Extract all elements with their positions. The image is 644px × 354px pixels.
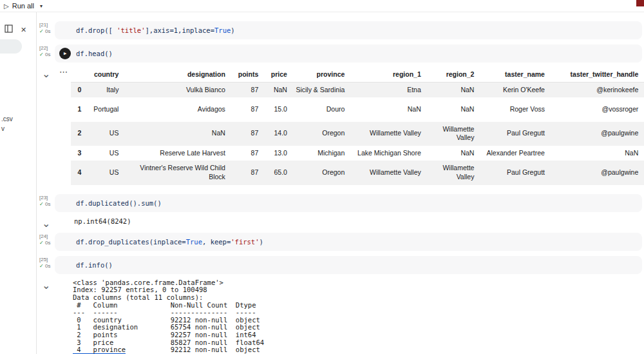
column-header: points xyxy=(229,68,262,82)
table-cell: Willamette Valley xyxy=(348,122,424,146)
table-cell: 87 xyxy=(229,161,262,184)
code-line: df.info() xyxy=(76,261,113,269)
collapse-output-icon[interactable]: ⌄ xyxy=(42,68,50,80)
row-index: 1 xyxy=(71,97,85,121)
run-cell-button[interactable]: ▶ xyxy=(59,48,71,59)
run-all-button[interactable]: ▷ Run all ▾ xyxy=(4,2,43,10)
run-all-label: Run all xyxy=(12,2,34,10)
execution-time: ✓ 0s xyxy=(39,263,55,270)
table-cell: @vossroger xyxy=(549,97,642,121)
file-item-csv[interactable]: .csv xyxy=(1,115,13,123)
check-icon: ✓ xyxy=(39,201,44,207)
execution-count: [25] xyxy=(39,257,55,263)
cell-gutter: [25] ✓ 0s xyxy=(37,256,55,274)
execution-count: [24] xyxy=(39,233,55,240)
code-cell: [24] ✓ 0s df.drop_duplicates(inplace=Tru… xyxy=(37,233,642,251)
column-header: taster_twitter_handle xyxy=(549,68,642,82)
table-cell: Roger Voss xyxy=(478,97,549,121)
code-cell: [22] ✓ 0s ▶ df.head() xyxy=(37,44,642,63)
table-cell: Willamette Valley xyxy=(425,122,478,146)
table-cell: US xyxy=(85,122,122,146)
table-cell: 15.0 xyxy=(262,97,291,121)
row-index: 0 xyxy=(71,82,85,97)
table-cell: 87 xyxy=(229,97,262,121)
table-cell: Paul Gregutt xyxy=(478,161,549,184)
table-cell: NaN xyxy=(425,146,478,161)
check-icon: ✓ xyxy=(39,28,44,34)
table-cell: @paulgwine xyxy=(549,122,642,146)
cell-output: ⌄ np.int64(8242) xyxy=(37,217,644,225)
table-cell: Vintner's Reserve Wild Child Block xyxy=(122,161,229,184)
collapse-output-icon[interactable]: ⌄ xyxy=(42,217,50,230)
row-index: 4 xyxy=(71,161,85,184)
cell-gutter: [21] ✓ 0s xyxy=(37,21,55,39)
code-line: df.duplicated().sum() xyxy=(76,199,162,207)
check-icon: ✓ xyxy=(39,240,44,246)
info-text-output: <class 'pandas.core.frame.DataFrame'> In… xyxy=(71,279,644,354)
table-row: 4USVintner's Reserve Wild Child Block876… xyxy=(71,161,644,184)
column-header: region_2 xyxy=(425,68,478,82)
table-cell: Reserve Late Harvest xyxy=(122,146,229,161)
table-cell: NaN xyxy=(262,82,291,97)
dataframe-table: countrydesignationpointspriceprovincereg… xyxy=(71,68,644,185)
table-row: 2USNaN8714.0OregonWillamette ValleyWilla… xyxy=(71,122,644,146)
code-editor[interactable]: df.drop([ 'title'],axis=1,inplace=True) xyxy=(55,21,642,39)
table-cell: Willamette Valley xyxy=(348,161,424,184)
close-icon[interactable]: ✕ xyxy=(21,26,26,34)
column-header: province xyxy=(291,68,348,82)
search-input[interactable] xyxy=(0,39,22,54)
table-cell: Willamette Valley xyxy=(425,161,478,184)
table-cell: @kerinokeefe xyxy=(549,82,642,97)
code-editor[interactable]: df.info() xyxy=(55,256,642,274)
table-row: 1PortugalAvidagos8715.0DouroNaNNaNRoger … xyxy=(71,97,644,121)
code-cell: [23] ✓ 0s df.duplicated().sum() xyxy=(37,194,642,212)
execution-time: ✓ 0s xyxy=(39,28,55,35)
table-cell: 87 xyxy=(229,122,262,146)
table-cell: Avidagos xyxy=(122,97,229,121)
status-badge xyxy=(636,0,644,6)
dataframe-output: countrydesignationpointspriceprovincereg… xyxy=(71,68,644,185)
collapse-output-icon[interactable]: ⌄ xyxy=(42,279,50,291)
cell-output: ⌄ ⋯ countrydesignationpointspriceprovinc… xyxy=(37,68,644,185)
table-cell: NaN xyxy=(549,146,642,161)
code-editor[interactable]: ▶ df.head() xyxy=(55,44,642,63)
execution-time: ✓ 0s xyxy=(39,201,55,208)
table-cell: Douro xyxy=(291,97,348,121)
column-header: region_1 xyxy=(348,68,424,82)
column-header xyxy=(71,68,85,82)
execution-time: ✓ 0s xyxy=(39,52,55,58)
top-toolbar: ▷ Run all ▾ xyxy=(0,0,644,12)
code-line: df.head() xyxy=(76,50,113,57)
table-cell: NaN xyxy=(425,82,478,97)
table-cell: NaN xyxy=(348,97,424,121)
table-cell: US xyxy=(85,161,122,184)
table-cell: @paulgwine xyxy=(549,161,642,184)
check-icon: ✓ xyxy=(39,263,44,269)
execution-count: [22] xyxy=(39,45,55,52)
column-header: country xyxy=(85,68,122,82)
code-cell: [25] ✓ 0s df.info() xyxy=(37,256,642,274)
table-cell: US xyxy=(85,146,122,161)
code-editor[interactable]: df.duplicated().sum() xyxy=(55,194,642,212)
more-actions-icon[interactable]: ⋯ xyxy=(59,68,68,76)
table-cell: Oregon xyxy=(291,161,348,184)
panel-icon[interactable] xyxy=(5,24,13,35)
table-cell: 87 xyxy=(229,82,262,97)
column-header: price xyxy=(262,68,291,82)
execution-count: [21] xyxy=(39,22,55,28)
table-cell: 65.0 xyxy=(262,161,291,184)
cell-output: ⌄ <class 'pandas.core.frame.DataFrame'> … xyxy=(37,279,644,354)
column-header: taster_name xyxy=(478,68,549,82)
table-cell: Italy xyxy=(85,82,122,97)
table-cell: Etna xyxy=(348,82,424,97)
row-index: 2 xyxy=(71,122,85,146)
file-item[interactable]: v xyxy=(1,125,5,132)
run-all-play-icon: ▷ xyxy=(4,3,9,10)
table-cell: Vulkà Bianco xyxy=(122,82,229,97)
table-cell: Portugal xyxy=(85,97,122,121)
code-editor[interactable]: df.drop_duplicates(inplace=True, keep='f… xyxy=(55,233,642,251)
table-cell: NaN xyxy=(425,97,478,121)
table-row: 3USReserve Late Harvest8713.0MichiganLak… xyxy=(71,146,644,161)
row-index: 3 xyxy=(71,146,85,161)
table-cell: Oregon xyxy=(291,122,348,146)
